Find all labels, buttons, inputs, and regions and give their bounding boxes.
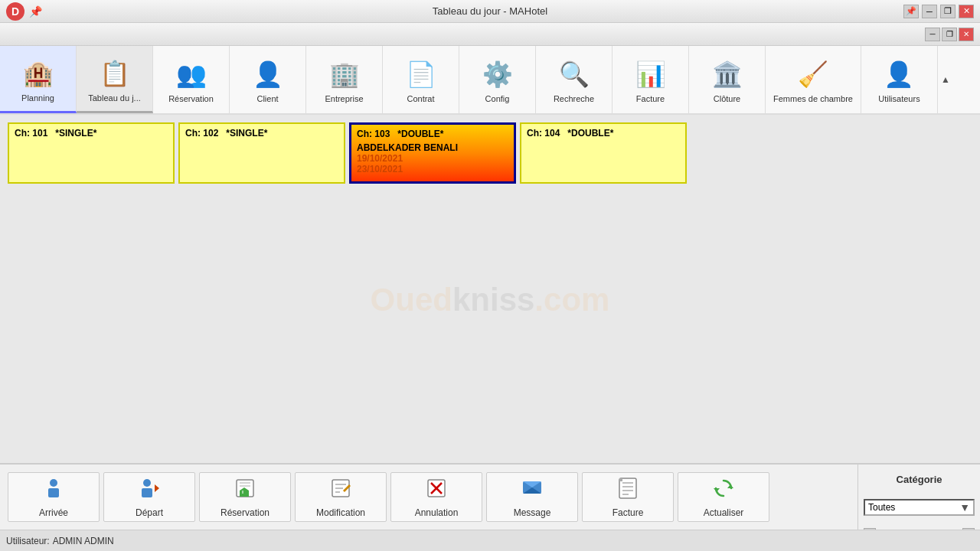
sec-close-button[interactable]: ✕	[959, 28, 974, 41]
window-title: Tableau du jour - MAHotel	[433, 5, 547, 17]
svg-marker-4	[155, 484, 159, 492]
room-card-104[interactable]: Ch: 104 *DOUBLE*	[520, 122, 687, 184]
toolbar-item-utilisateurs[interactable]: 👤 Utilisateurs	[861, 46, 938, 113]
category-value: Toutes	[868, 502, 895, 513]
actualiser-button[interactable]: Actualiser	[678, 472, 769, 522]
tableau-label: Tableau du j...	[88, 93, 141, 103]
depart-button[interactable]: Départ	[103, 472, 195, 522]
client-label: Client	[256, 94, 278, 103]
reservation-icon	[234, 477, 256, 505]
app-icon-text: D	[11, 5, 19, 18]
minimize-button[interactable]: ─	[922, 5, 937, 18]
room-103-checkout: 23/10/2021	[357, 164, 508, 174]
facture-label2: Facture	[612, 507, 644, 518]
pin-button[interactable]: 📌	[903, 5, 919, 18]
category-dropdown[interactable]: Toutes ▼	[864, 499, 975, 516]
utilisateurs-label: Utilisateurs	[878, 94, 920, 103]
status-user: ADMIN ADMIN	[53, 536, 114, 546]
toolbar-item-rechreche[interactable]: 🔍 Rechreche	[536, 46, 612, 113]
entreprise-icon: 🏢	[326, 56, 363, 93]
modification-label: Modification	[316, 507, 365, 518]
toolbar-item-config[interactable]: ⚙️ Config	[459, 46, 536, 113]
toolbar-item-contrat[interactable]: 📄 Contrat	[383, 46, 459, 113]
annulation-label: Annulation	[415, 507, 459, 518]
room-103-guest: ABDELKADER BENALI	[357, 142, 508, 153]
svg-point-2	[143, 479, 151, 487]
reservation-icon: 👥	[173, 56, 210, 93]
reservation-label: Réservation	[220, 507, 270, 518]
room-card-101[interactable]: Ch: 101 *SINGLE*	[8, 122, 175, 184]
toolbar-item-entreprise[interactable]: 🏢 Entreprise	[306, 46, 383, 113]
message-button[interactable]: Message	[486, 472, 578, 522]
rechreche-icon: 🔍	[556, 56, 593, 93]
arrivee-icon	[42, 477, 65, 505]
room-101-header: Ch: 101 *SINGLE*	[15, 128, 168, 139]
svg-rect-3	[142, 488, 152, 497]
femmes-label: Femmes de chambre	[773, 94, 853, 103]
toolbar-item-reservation[interactable]: 👥 Réservation	[153, 46, 230, 113]
arrivee-button[interactable]: Arrivée	[8, 472, 100, 522]
toolbar-item-cloture[interactable]: 🏛️ Clôture	[689, 46, 766, 113]
facture-icon2	[616, 477, 639, 505]
facture-label: Facture	[636, 94, 665, 103]
arrivee-label: Arrivée	[39, 507, 68, 518]
toolbar-item-client[interactable]: 👤 Client	[230, 46, 306, 113]
restore-button[interactable]: ❐	[940, 5, 956, 18]
room-card-103[interactable]: Ch: 103 *DOUBLE* ABDELKADER BENALI 19/10…	[349, 122, 516, 184]
message-label: Message	[514, 507, 551, 518]
toolbar-item-facture[interactable]: 📊 Facture	[612, 46, 689, 113]
planning-icon: 🏨	[20, 55, 57, 92]
title-bar: D 📌 Tableau du jour - MAHotel 📌 ─ ❐ ✕	[0, 0, 980, 23]
cloture-label: Clôture	[714, 94, 740, 103]
depart-label: Départ	[136, 507, 163, 518]
sec-restore-button[interactable]: ❐	[942, 28, 957, 41]
title-bar-controls: 📌 ─ ❐ ✕	[903, 5, 974, 18]
facture-button[interactable]: Facture	[582, 472, 674, 522]
svg-marker-26	[619, 478, 622, 481]
utilisateurs-icon: 👤	[880, 56, 917, 93]
contrat-icon: 📄	[403, 56, 439, 93]
room-103-checkin: 19/10/2021	[357, 153, 508, 164]
content-area: Ch: 101 *SINGLE* Ch: 102 *SINGLE* Ch: 10…	[0, 115, 980, 463]
depart-icon	[138, 477, 161, 505]
room-104-header: Ch: 104 *DOUBLE*	[527, 128, 680, 139]
toolbar-item-femmes[interactable]: 🧹 Femmes de chambre	[766, 46, 861, 113]
tableau-icon: 📋	[96, 55, 133, 92]
title-bar-left: D 📌	[6, 2, 42, 21]
app-icon: D	[6, 2, 24, 21]
entreprise-label: Entreprise	[325, 94, 363, 103]
room-card-102[interactable]: Ch: 102 *SINGLE*	[178, 122, 345, 184]
toolbar-collapse-button[interactable]: ▲	[938, 46, 953, 113]
femmes-icon: 🧹	[795, 56, 831, 93]
status-user-label: Utilisateur:	[6, 536, 50, 546]
annulation-button[interactable]: Annulation	[390, 472, 482, 522]
pin-icon[interactable]: 📌	[29, 5, 42, 18]
actualiser-label: Actualiser	[704, 507, 744, 518]
cloture-icon: 🏛️	[709, 56, 746, 93]
svg-marker-28	[714, 488, 720, 492]
toolbar-item-planning[interactable]: 🏨 Planning	[0, 46, 77, 113]
svg-point-0	[50, 479, 57, 487]
config-label: Config	[485, 94, 510, 103]
status-bar: Utilisateur: ADMIN ADMIN	[0, 530, 980, 551]
toolbar: 🏨 Planning 📋 Tableau du j... 👥 Réservati…	[0, 46, 980, 115]
rechreche-label: Rechreche	[554, 94, 594, 103]
facture-icon: 📊	[632, 56, 669, 93]
room-103-header: Ch: 103 *DOUBLE*	[357, 129, 508, 139]
close-button[interactable]: ✕	[959, 5, 974, 18]
modification-button[interactable]: Modification	[295, 472, 387, 522]
toolbar-item-tableau[interactable]: 📋 Tableau du j...	[77, 46, 153, 113]
planning-label: Planning	[21, 93, 54, 103]
message-icon	[521, 477, 544, 505]
room-102-header: Ch: 102 *SINGLE*	[185, 128, 338, 139]
secondary-bar: ─ ❐ ✕	[0, 23, 980, 46]
annulation-icon	[425, 477, 448, 505]
client-icon: 👤	[250, 56, 286, 93]
actualiser-icon	[712, 477, 735, 505]
reservation-button[interactable]: Réservation	[199, 472, 291, 522]
reservation-label: Réservation	[168, 94, 214, 103]
modification-icon	[329, 477, 352, 505]
watermark: Ouedkniss.com	[371, 282, 610, 318]
contrat-label: Contrat	[407, 94, 434, 103]
sec-minimize-button[interactable]: ─	[925, 28, 940, 41]
